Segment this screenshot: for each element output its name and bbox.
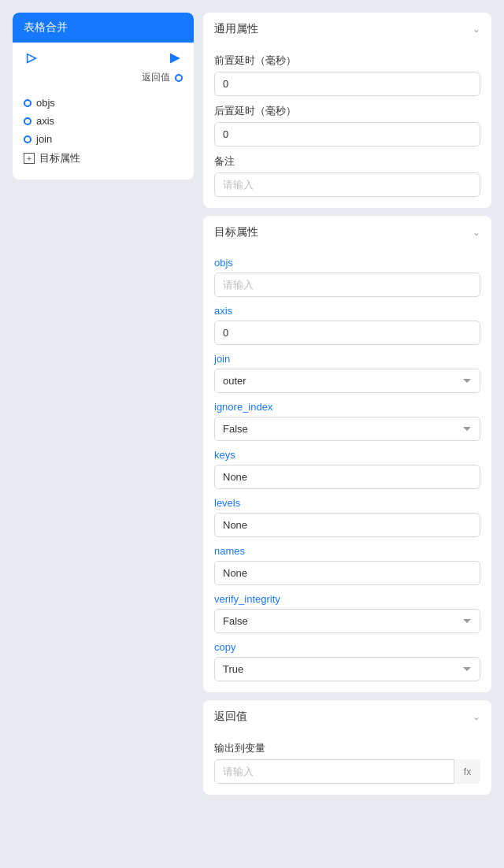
svg-marker-0 (28, 54, 36, 63)
general-section-header[interactable]: 通用属性 ⌄ (203, 13, 491, 46)
params-list: objs axis join + 目标属性 (13, 91, 194, 180)
field-select-join[interactable]: outer inner (214, 369, 480, 393)
target-section-body: objs axis join outer inner ignore_index … (203, 257, 491, 692)
general-section-body: 前置延时（毫秒） 后置延时（毫秒） 备注 (203, 54, 491, 208)
input-connector-icon[interactable] (24, 50, 39, 66)
param-label-join: join (36, 133, 52, 145)
output-var-label: 输出到变量 (214, 741, 480, 755)
param-objs: objs (24, 94, 183, 112)
field-select-verify-integrity[interactable]: False True (214, 609, 480, 633)
field-input-levels[interactable] (214, 513, 480, 537)
param-dot-objs[interactable] (24, 99, 32, 107)
general-section: 通用属性 ⌄ 前置延时（毫秒） 后置延时（毫秒） 备注 (203, 13, 491, 208)
param-axis: axis (24, 112, 183, 130)
param-dot-axis[interactable] (24, 117, 32, 125)
field-label-keys: keys (214, 449, 480, 461)
param-dot-join[interactable] (24, 135, 32, 143)
field-input-keys[interactable] (214, 465, 480, 489)
field-label-join: join (214, 353, 480, 365)
target-section-chevron: ⌄ (472, 227, 480, 238)
predelay-label: 前置延时（毫秒） (214, 54, 480, 68)
field-label-levels: levels (214, 497, 480, 509)
target-section-title: 目标属性 (214, 225, 258, 239)
field-select-ignore-index[interactable]: False True (214, 417, 480, 441)
target-attr-expand-icon[interactable]: + (24, 153, 35, 164)
panel-title-text: 表格合并 (24, 20, 68, 33)
field-label-ignore-index: ignore_index (214, 401, 480, 413)
return-value-dot[interactable] (175, 74, 183, 82)
field-input-axis[interactable] (214, 321, 480, 345)
output-var-wrapper: fx (214, 759, 480, 784)
return-section-header[interactable]: 返回值 ⌄ (203, 700, 491, 733)
output-var-input[interactable] (214, 759, 480, 784)
field-label-verify-integrity: verify_integrity (214, 593, 480, 605)
connectors-row (13, 43, 194, 71)
remark-input[interactable] (214, 172, 480, 197)
return-section-title: 返回值 (214, 710, 247, 724)
return-value-row: 返回值 (13, 71, 194, 91)
field-input-names[interactable] (214, 561, 480, 585)
postdelay-label: 后置延时（毫秒） (214, 104, 480, 118)
target-attr-row: + 目标属性 (24, 148, 183, 169)
field-input-objs[interactable] (214, 273, 480, 297)
target-attr-label: 目标属性 (39, 151, 80, 165)
return-value-label: 返回值 (142, 71, 170, 84)
return-section: 返回值 ⌄ 输出到变量 fx (203, 700, 491, 795)
general-section-chevron: ⌄ (472, 24, 480, 35)
field-label-names: names (214, 545, 480, 557)
general-section-title: 通用属性 (214, 22, 258, 36)
field-label-copy: copy (214, 641, 480, 653)
field-label-axis: axis (214, 305, 480, 317)
panel-title: 表格合并 (13, 13, 194, 43)
return-section-chevron: ⌄ (472, 711, 480, 722)
postdelay-input[interactable] (214, 122, 480, 147)
fx-label: fx (464, 766, 471, 777)
param-label-axis: axis (36, 115, 54, 127)
target-section: 目标属性 ⌄ objs axis join outer inner ignore… (203, 216, 491, 692)
field-label-objs: objs (214, 257, 480, 269)
output-connector-icon[interactable] (167, 50, 183, 66)
param-label-objs: objs (36, 97, 55, 109)
fx-button[interactable]: fx (454, 759, 480, 784)
svg-marker-1 (171, 54, 180, 63)
param-join: join (24, 130, 183, 148)
predelay-input[interactable] (214, 72, 480, 96)
remark-label: 备注 (214, 154, 480, 169)
right-panel: 通用属性 ⌄ 前置延时（毫秒） 后置延时（毫秒） 备注 目标属性 ⌄ objs … (203, 13, 491, 855)
return-section-body: 输出到变量 fx (203, 741, 491, 795)
left-panel: 表格合并 返回值 objs axis join + (13, 13, 194, 180)
target-section-header[interactable]: 目标属性 ⌄ (203, 216, 491, 249)
field-select-copy[interactable]: True False (214, 657, 480, 681)
